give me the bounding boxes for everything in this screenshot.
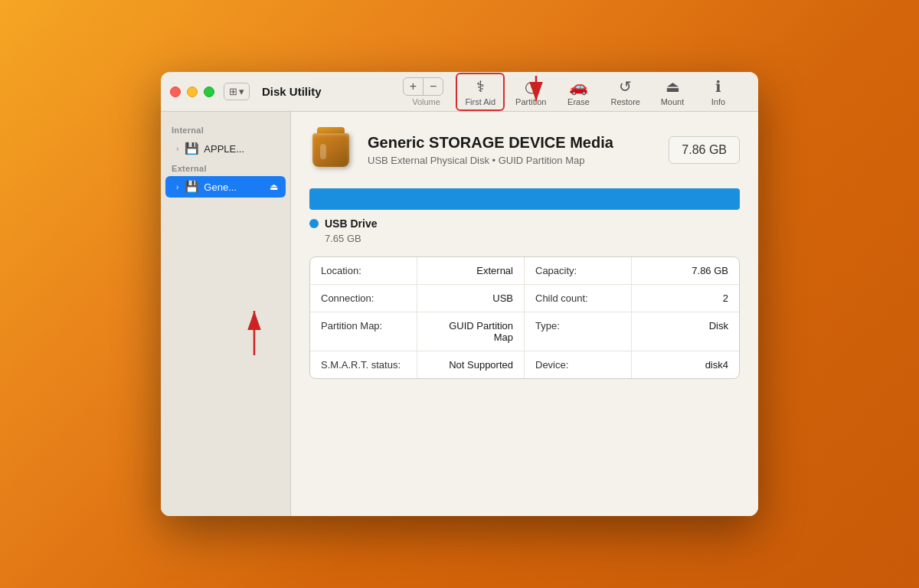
- restore-button[interactable]: ↺ Restore: [603, 74, 648, 109]
- sidebar-item-external-label: Gene...: [204, 181, 237, 193]
- add-volume-button[interactable]: +: [404, 78, 424, 95]
- erase-icon: 🚗: [569, 77, 588, 96]
- connection-label: Connection:: [310, 285, 417, 312]
- usb-drive-icon: [309, 127, 352, 173]
- device-label: Device:: [525, 351, 632, 378]
- disk-icon-internal: 💾: [185, 142, 199, 155]
- titlebar: ⊞ ▾ Disk Utility + − Volume: [161, 72, 758, 112]
- main-area: Internal › 💾 APPLE... External › 💾 Gene.…: [161, 112, 758, 516]
- partition-button[interactable]: ◔ Partition: [508, 74, 554, 109]
- toolbar: + − Volume ⚕ First Aid ◔ Partition: [403, 73, 740, 111]
- mount-button[interactable]: ⏏ Mount: [651, 74, 694, 109]
- remove-volume-button[interactable]: −: [424, 78, 443, 95]
- sidebar-item-external[interactable]: › 💾 Gene... ⏏: [165, 176, 286, 198]
- minimize-button[interactable]: [187, 87, 198, 97]
- partition-icon: ◔: [525, 77, 538, 96]
- childcount-label: Child count:: [525, 285, 632, 312]
- info-row-4: S.M.A.R.T. status: Not Supported Device:…: [310, 351, 739, 378]
- chevron-icon: ›: [176, 145, 178, 153]
- partition-name: USB Drive: [325, 217, 377, 230]
- eject-icon: ⏏: [270, 181, 278, 192]
- location-label: Location:: [310, 257, 417, 284]
- partition-bar: [309, 188, 740, 210]
- chevron-icon-ext: ›: [176, 183, 178, 191]
- device-name: Generic STORAGE DEVICE Media: [368, 134, 656, 152]
- info-cell-partmap: Partition Map: GUID Partition Map: [310, 312, 525, 351]
- disk-icon-external: 💾: [185, 180, 199, 194]
- titlebar-left: ⊞ ▾ Disk Utility: [224, 83, 322, 100]
- info-cell-childcount: Child count: 2: [525, 285, 739, 312]
- partition-label-row: USB Drive: [309, 217, 740, 230]
- info-cell-device: Device: disk4: [525, 351, 739, 378]
- info-table: Location: External Capacity: 7.86 GB Con…: [309, 256, 740, 379]
- external-section-label: External: [161, 159, 290, 176]
- childcount-value: 2: [632, 285, 739, 312]
- mount-icon: ⏏: [666, 77, 680, 96]
- partition-dot: [309, 219, 319, 228]
- smart-label: S.M.A.R.T. status:: [310, 351, 417, 378]
- detail-pane: Generic STORAGE DEVICE Media USB Externa…: [291, 112, 758, 516]
- smart-value: Not Supported: [417, 351, 525, 378]
- device-icon-container: [309, 127, 355, 173]
- view-icon: ⊞: [229, 86, 237, 97]
- internal-section-label: Internal: [161, 121, 290, 138]
- sidebar-item-apple-label: APPLE...: [204, 143, 244, 155]
- info-cell-connection: Connection: USB: [310, 285, 525, 312]
- maximize-button[interactable]: [204, 87, 214, 97]
- device-info: Generic STORAGE DEVICE Media USB Externa…: [368, 134, 656, 166]
- partition-label: Partition: [515, 97, 546, 106]
- info-cell-location: Location: External: [310, 257, 525, 284]
- info-label: Info: [711, 97, 725, 106]
- first-aid-button[interactable]: ⚕ First Aid: [456, 73, 505, 111]
- partmap-value: GUID Partition Map: [417, 312, 525, 351]
- type-label: Type:: [525, 312, 632, 351]
- view-button[interactable]: ⊞ ▾: [224, 83, 250, 100]
- info-icon: ℹ: [715, 77, 721, 96]
- device-value: disk4: [632, 351, 739, 378]
- info-row-2: Connection: USB Child count: 2: [310, 285, 739, 312]
- device-size-badge: 7.86 GB: [669, 136, 740, 164]
- device-header: Generic STORAGE DEVICE Media USB Externa…: [309, 127, 740, 173]
- info-cell-type: Type: Disk: [525, 312, 739, 351]
- restore-icon: ↺: [619, 77, 632, 96]
- restore-label: Restore: [610, 97, 640, 106]
- sidebar: Internal › 💾 APPLE... External › 💾 Gene.…: [161, 112, 291, 516]
- erase-button[interactable]: 🚗 Erase: [557, 74, 600, 109]
- info-cell-capacity: Capacity: 7.86 GB: [525, 257, 739, 284]
- capacity-value: 7.86 GB: [632, 257, 739, 284]
- usb-drive-highlight: [320, 144, 326, 159]
- info-row-1: Location: External Capacity: 7.86 GB: [310, 257, 739, 285]
- location-value: External: [417, 257, 525, 284]
- view-chevron: ▾: [239, 86, 244, 97]
- volume-label: Volume: [412, 97, 440, 106]
- partition-section: USB Drive 7.65 GB: [309, 188, 740, 244]
- type-value: Disk: [632, 312, 739, 351]
- info-button[interactable]: ℹ Info: [697, 74, 740, 109]
- capacity-label: Capacity:: [525, 257, 632, 284]
- mount-label: Mount: [661, 97, 685, 106]
- device-subtitle: USB External Physical Disk • GUID Partit…: [368, 155, 656, 166]
- traffic-lights: [170, 87, 214, 97]
- disk-utility-window: ⊞ ▾ Disk Utility + − Volume: [161, 72, 758, 516]
- volume-buttons: + −: [403, 77, 444, 96]
- titlebar-content: ⊞ ▾ Disk Utility + − Volume: [214, 73, 749, 111]
- volume-group: + − Volume: [403, 77, 450, 106]
- close-button[interactable]: [170, 87, 181, 97]
- connection-value: USB: [417, 285, 525, 312]
- first-aid-icon: ⚕: [476, 77, 485, 96]
- first-aid-label: First Aid: [465, 97, 495, 106]
- erase-label: Erase: [567, 97, 590, 106]
- info-cell-smart: S.M.A.R.T. status: Not Supported: [310, 351, 525, 378]
- partition-size: 7.65 GB: [325, 233, 740, 244]
- sidebar-item-apple[interactable]: › 💾 APPLE...: [165, 138, 286, 159]
- info-row-3: Partition Map: GUID Partition Map Type: …: [310, 312, 739, 351]
- partmap-label: Partition Map:: [310, 312, 417, 351]
- usb-drive-body: [312, 133, 349, 167]
- app-title: Disk Utility: [262, 85, 322, 98]
